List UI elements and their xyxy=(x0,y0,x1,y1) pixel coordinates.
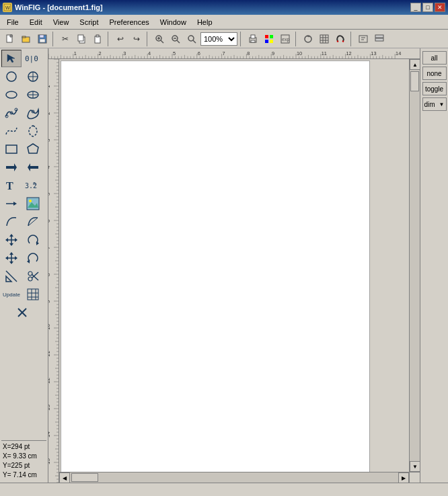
rotate-cw-tool[interactable] xyxy=(23,231,43,249)
undo-button[interactable]: ↩ xyxy=(113,32,128,46)
closed-spline-tool[interactable] xyxy=(23,104,43,122)
title-bar-left: W WinFIG - [document1.fig] xyxy=(3,3,103,12)
close-button[interactable]: ✕ xyxy=(435,3,445,12)
canvas-scroll-area[interactable] xyxy=(59,59,409,472)
closed-arc-tool[interactable] xyxy=(23,213,43,231)
ellipse-crosshair-tool[interactable] xyxy=(23,86,43,104)
open-button[interactable] xyxy=(19,32,34,46)
menu-file[interactable]: File xyxy=(1,17,24,28)
menu-preferences[interactable]: Preferences xyxy=(104,17,154,28)
latex-tool[interactable]: 3.2a xyxy=(23,177,43,194)
horizontal-scrollbar[interactable]: ◀ ▶ xyxy=(59,472,409,483)
cut-button[interactable]: ✂ xyxy=(58,32,73,46)
zoom-fit-button[interactable] xyxy=(184,32,199,46)
svg-point-87 xyxy=(28,277,32,281)
x-cm: X= 9.33 cm xyxy=(3,452,45,461)
svg-text:1: 1 xyxy=(74,50,77,56)
image-tool[interactable] xyxy=(23,195,43,212)
toggle-button[interactable]: toggle xyxy=(422,82,447,95)
rotate-ccw-tool[interactable] xyxy=(23,249,43,267)
scissors-tool[interactable] xyxy=(23,267,43,285)
svg-line-13 xyxy=(161,40,163,43)
coords-tool[interactable]: 0|0 xyxy=(23,50,43,67)
copy-button[interactable] xyxy=(74,32,89,46)
text-tool[interactable]: T xyxy=(1,177,22,194)
spline-tool[interactable] xyxy=(1,104,22,122)
tool-row-7 xyxy=(1,159,46,176)
scroll-v-track[interactable] xyxy=(410,70,420,461)
vertical-scrollbar[interactable]: ▲ ▼ xyxy=(409,59,420,472)
scroll-left-arrow[interactable]: ◀ xyxy=(59,472,70,483)
properties-button[interactable] xyxy=(356,32,371,46)
scroll-down-arrow[interactable]: ▼ xyxy=(410,461,420,472)
scroll-up-arrow[interactable]: ▲ xyxy=(410,59,420,70)
svg-rect-57 xyxy=(6,145,17,153)
print-button[interactable] xyxy=(246,32,260,46)
menu-script[interactable]: Script xyxy=(74,17,104,28)
zoom-out-button[interactable] xyxy=(168,32,183,46)
tool-row-6 xyxy=(1,140,46,158)
redo-button[interactable]: ↪ xyxy=(129,32,144,46)
svg-rect-7 xyxy=(40,39,45,42)
select-tool[interactable] xyxy=(1,50,22,67)
scale-tool[interactable] xyxy=(1,267,22,285)
white-canvas[interactable] xyxy=(61,60,370,472)
magnet-button[interactable] xyxy=(333,32,348,46)
zoom-select[interactable]: 100% 50% 75% 150% 200% xyxy=(200,32,237,46)
export-button[interactable]: exp xyxy=(278,32,293,46)
arrow-left-tool[interactable] xyxy=(23,159,43,176)
update-tool[interactable]: Update xyxy=(1,286,22,303)
rect-tool[interactable] xyxy=(1,140,22,158)
arrow-right-tool[interactable] xyxy=(1,159,22,176)
layers-button[interactable] xyxy=(372,32,387,46)
maximize-button[interactable]: □ xyxy=(422,3,433,12)
refresh-button[interactable] xyxy=(301,32,315,46)
new-button[interactable] xyxy=(3,32,17,46)
svg-text:7: 7 xyxy=(48,246,51,249)
tool-row-1: 0|0 xyxy=(1,50,46,67)
scroll-h-track[interactable] xyxy=(70,472,398,483)
svg-marker-76 xyxy=(15,238,17,242)
paste-button[interactable] xyxy=(90,32,105,46)
all-button[interactable]: all xyxy=(422,51,447,65)
menu-view[interactable]: View xyxy=(48,17,75,28)
color-button[interactable] xyxy=(262,32,276,46)
move2-tool[interactable] xyxy=(1,249,22,267)
arrow-line-tool[interactable] xyxy=(1,195,22,212)
delete-tool[interactable] xyxy=(1,304,43,321)
save-button[interactable] xyxy=(35,32,50,46)
svg-rect-22 xyxy=(251,35,255,38)
open-arc-tool[interactable] xyxy=(1,213,22,231)
none-button[interactable]: none xyxy=(422,67,447,80)
tool-row-3 xyxy=(1,86,46,104)
menu-edit[interactable]: Edit xyxy=(24,17,48,28)
minimize-button[interactable]: _ xyxy=(410,3,421,12)
svg-text:12: 12 xyxy=(48,378,51,384)
menu-help[interactable]: Help xyxy=(192,17,218,28)
scroll-h-thumb[interactable] xyxy=(71,473,98,482)
tool-row-4 xyxy=(1,104,46,122)
svg-text:W: W xyxy=(5,5,10,10)
zoom-in-button[interactable] xyxy=(152,32,167,46)
app-icon: W xyxy=(3,3,12,12)
grid2-tool[interactable] xyxy=(23,286,43,303)
tool-row-12 xyxy=(1,249,46,267)
closed-bezier-tool[interactable] xyxy=(23,122,43,140)
svg-rect-35 xyxy=(320,35,328,43)
polygon-tool[interactable] xyxy=(23,140,43,158)
open-bezier-tool[interactable] xyxy=(1,122,22,140)
circle-crosshair-tool[interactable] xyxy=(23,68,43,85)
dim-select-container: dim ▼ xyxy=(422,97,447,111)
grid-button[interactable] xyxy=(317,32,332,46)
dim-label: dim xyxy=(424,101,439,108)
scroll-right-arrow[interactable]: ▶ xyxy=(398,472,409,483)
ellipse-tool[interactable] xyxy=(1,86,22,104)
dim-dropdown-arrow[interactable]: ▼ xyxy=(439,101,445,108)
menu-window[interactable]: Window xyxy=(155,17,192,28)
move-tool[interactable] xyxy=(1,231,22,249)
tool-row-15 xyxy=(1,304,46,321)
circle-tool[interactable] xyxy=(1,68,22,85)
svg-text:5: 5 xyxy=(48,192,51,196)
scroll-v-thumb[interactable] xyxy=(410,71,419,91)
title-controls[interactable]: _ □ ✕ xyxy=(410,3,445,12)
